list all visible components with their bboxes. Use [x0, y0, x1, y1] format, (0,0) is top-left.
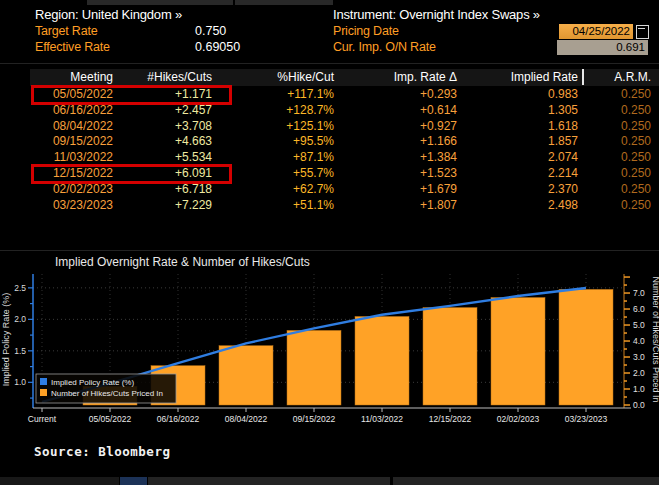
region-link[interactable]: Region: United Kingdom » [35, 7, 182, 22]
chart-area: Implied Overnight Rate & Number of Hikes… [0, 252, 659, 444]
table-row[interactable]: 02/02/2023+6.718+62.7%+1.6792.3700.250 [0, 182, 659, 198]
left-axis-tick-label: 1.0 [14, 377, 26, 387]
x-axis-tick-label: Current [28, 414, 57, 424]
column-separator [582, 69, 584, 85]
bar-hikes-priced-in [219, 346, 273, 405]
table-cell: 0.250 [541, 198, 651, 212]
table-cell: +51.1% [224, 198, 334, 212]
divider [0, 250, 659, 251]
table-cell: 11/03/2022 [3, 150, 113, 164]
instrument-link[interactable]: Instrument: Overnight Index Swaps » [333, 7, 540, 22]
legend-swatch-bar [40, 389, 47, 396]
red-highlight-box [31, 85, 232, 105]
table-cell: +55.7% [224, 166, 334, 180]
legend-label-bar: Number of Hikes/Cuts Priced In [51, 389, 163, 398]
table-cell: +117.1% [224, 87, 334, 101]
table-cell: 0.250 [541, 87, 651, 101]
x-axis-tick-label: 09/15/2022 [293, 414, 336, 424]
table-row[interactable]: 09/15/2022+4.663+95.5%+1.1661.8570.250 [0, 134, 659, 150]
table-cell: 0.250 [541, 182, 651, 196]
right-axis-tick-label: 3.0 [633, 352, 645, 362]
table-cell: +128.7% [224, 103, 334, 117]
table-cell: +5.534 [102, 150, 212, 164]
target-rate-label: Target Rate [35, 24, 97, 38]
right-axis-tick-label: 4.0 [633, 336, 645, 346]
table-cell: 08/04/2022 [3, 119, 113, 133]
table-cell: 06/16/2022 [3, 103, 113, 117]
table-cell: +0.614 [347, 103, 457, 117]
table-row[interactable]: 06/16/2022+2.457+128.7%+0.6141.3050.250 [0, 103, 659, 119]
table-row[interactable]: 08/04/2022+3.708+125.1%+0.9271.6180.250 [0, 119, 659, 135]
table-cell: +4.663 [102, 134, 212, 148]
table-cell: +0.927 [347, 119, 457, 133]
right-axis-tick-label: 2.0 [633, 368, 645, 378]
pricing-date-input[interactable]: 04/25/2022 [559, 24, 633, 39]
implied-rate-chart: Implied Overnight Rate & Number of Hikes… [0, 252, 659, 444]
right-axis-tick-label: 0.0 [633, 400, 645, 410]
right-axis-tick-label: 1.0 [633, 384, 645, 394]
table-cell: +6.718 [102, 182, 212, 196]
bottom-strip-accent [120, 477, 147, 485]
column-header[interactable]: %Hike/Cut [224, 70, 334, 84]
table-cell: 0.250 [541, 119, 651, 133]
column-header[interactable]: Meeting [3, 70, 113, 84]
legend-swatch-line [40, 378, 47, 385]
column-header[interactable]: Imp. Rate Δ [347, 70, 457, 84]
table-cell: +1.807 [347, 198, 457, 212]
legend-label-line: Implied Policy Rate (%) [51, 378, 134, 387]
x-axis-tick-label: 06/16/2022 [157, 414, 200, 424]
x-axis-tick-label: 08/04/2022 [225, 414, 268, 424]
x-axis-tick-label: 03/23/2023 [565, 414, 608, 424]
table-cell: 0.250 [541, 134, 651, 148]
target-rate-value: 0.750 [195, 24, 226, 38]
bar-hikes-priced-in [559, 289, 613, 405]
effective-rate-label: Effective Rate [35, 40, 110, 54]
chart-title: Implied Overnight Rate & Number of Hikes… [55, 255, 310, 269]
table-cell: +87.1% [224, 150, 334, 164]
table-cell: 03/23/2023 [3, 198, 113, 212]
calendar-icon[interactable] [636, 25, 649, 39]
table-cell: 09/15/2022 [3, 134, 113, 148]
bottom-strip-segment [0, 477, 119, 485]
bar-hikes-priced-in [355, 316, 409, 405]
table-cell: 0.250 [541, 166, 651, 180]
top-strip-segment [235, 0, 333, 5]
divider [0, 63, 659, 64]
table-cell: +3.708 [102, 119, 212, 133]
cur-imp-rate-label: Cur. Imp. O/N Rate [333, 40, 436, 54]
x-axis-tick-label: 11/03/2022 [361, 414, 403, 424]
source-credit: Source: Bloomberg [34, 444, 170, 459]
left-axis-tick-label: 2.0 [14, 314, 26, 324]
table-cell: +1.679 [347, 182, 457, 196]
bottom-strip-segment [148, 477, 390, 485]
table-cell: +1.384 [347, 150, 457, 164]
x-axis-tick-label: 02/02/2023 [497, 414, 540, 424]
table-cell: +7.229 [102, 198, 212, 212]
table-cell: +2.457 [102, 103, 212, 117]
table-cell: 0.250 [541, 150, 651, 164]
left-axis-title: Implied Policy Rate (%) [1, 293, 11, 387]
column-header[interactable]: #Hikes/Cuts [102, 70, 212, 84]
table-cell: +125.1% [224, 119, 334, 133]
right-axis-tick-label: 6.0 [633, 304, 645, 314]
table-cell: 0.250 [541, 103, 651, 117]
bar-hikes-priced-in [491, 298, 545, 405]
table-cell: +1.166 [347, 134, 457, 148]
cur-imp-rate-input[interactable]: 0.691 [557, 40, 648, 55]
left-axis-tick-label: 2.5 [14, 283, 26, 293]
left-axis-tick-label: 1.5 [14, 346, 26, 356]
bottom-strip-segment [393, 477, 659, 485]
wirp-screen: Region: United Kingdom » Target Rate 0.7… [0, 0, 659, 485]
bar-hikes-priced-in [287, 330, 341, 405]
table-cell: +0.293 [347, 87, 457, 101]
red-highlight-box [31, 164, 232, 184]
table-row[interactable]: 03/23/2023+7.229+51.1%+1.8072.4980.250 [0, 198, 659, 214]
column-header[interactable]: A.R.M. [541, 70, 651, 84]
pricing-date-label: Pricing Date [333, 24, 399, 38]
x-axis-tick-label: 12/15/2022 [429, 414, 472, 424]
effective-rate-value: 0.69050 [195, 40, 240, 54]
right-axis-tick-label: 7.0 [633, 288, 645, 298]
table-cell: +1.523 [347, 166, 457, 180]
top-strip-segment [87, 0, 233, 5]
table-cell: +62.7% [224, 182, 334, 196]
